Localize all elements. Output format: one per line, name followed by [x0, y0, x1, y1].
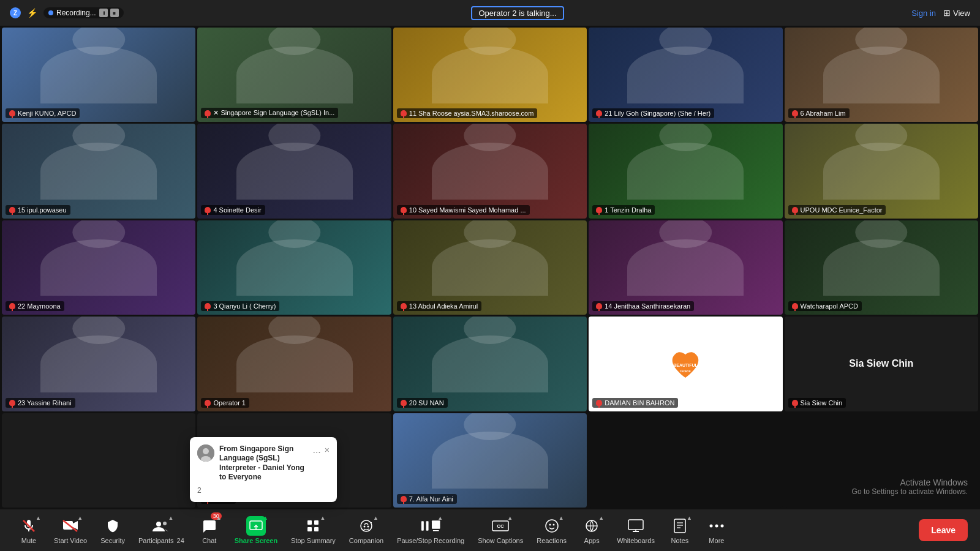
- share-screen-caret[interactable]: ▲: [263, 515, 268, 521]
- name-tag-sunan: 20 SU NAN: [397, 398, 448, 408]
- video-cell-abdul[interactable]: 13 Abdul Adieka Amirul: [393, 220, 587, 315]
- whiteboards-label: Whiteboards: [617, 537, 655, 544]
- name-tag-damian: DAMIAN BIN BAHRON: [592, 398, 678, 408]
- name-tag-yassine: 23 Yassine Rihani: [6, 398, 75, 408]
- svg-point-27: [552, 524, 554, 526]
- recording-label: Recording...: [56, 9, 96, 17]
- video-cell-kenji[interactable]: Kenji KUNO, APCD: [2, 28, 195, 122]
- video-cell-sia[interactable]: Sia Siew Chin Sia Siew Chin: [785, 317, 978, 411]
- mic-icon: [205, 110, 211, 116]
- chat-button[interactable]: 30 ▲ Chat: [193, 514, 226, 547]
- video-cell-tenzin[interactable]: 1 Tenzin Dralha: [589, 124, 782, 218]
- svg-rect-19: [421, 521, 424, 530]
- video-cell-lily[interactable]: 21 Lily Goh (Singapore) (She / Her): [589, 28, 782, 122]
- more-button[interactable]: More: [700, 514, 733, 547]
- notes-button[interactable]: ▲ Notes: [663, 514, 696, 547]
- name-tag-upou: UPOU MDC Eunice_Factor: [788, 205, 886, 215]
- reactions-button[interactable]: ▲ Reactions: [532, 514, 571, 547]
- more-icon: [707, 516, 726, 536]
- leave-button[interactable]: Leave: [919, 519, 968, 541]
- chat-more-button[interactable]: ...: [312, 444, 320, 455]
- start-video-button[interactable]: ▲ Start Video: [49, 514, 92, 547]
- view-button[interactable]: ⊞ View: [943, 8, 970, 18]
- video-cell-soinette[interactable]: 4 Soinette Desir: [197, 124, 391, 218]
- name-tag-operator1: Operator 1: [201, 398, 249, 408]
- whiteboards-button[interactable]: Whiteboards: [612, 514, 660, 547]
- apps-caret[interactable]: ▲: [598, 515, 604, 521]
- start-video-icon: ▲: [61, 516, 80, 536]
- pause-stop-label: Pause/Stop Recording: [397, 537, 464, 544]
- video-cell-alfa[interactable]: 7. Alfa Nur Aini: [393, 413, 587, 508]
- svg-point-26: [549, 524, 551, 526]
- video-cell-sayed[interactable]: 10 Sayed Mawismi Sayed Mohamad ...: [393, 124, 587, 218]
- chat-avatar: [197, 444, 214, 462]
- name-tag-tenzin: 1 Tenzin Dralha: [592, 205, 655, 215]
- svg-rect-21: [432, 520, 440, 529]
- name-tag-alfa: 7. Alfa Nur Aini: [397, 494, 457, 504]
- companion-label: Companion: [349, 537, 383, 544]
- name-tag-sayed: 10 Sayed Mawismi Sayed Mohamad ...: [397, 205, 530, 215]
- participants-caret[interactable]: ▲: [168, 515, 173, 521]
- svg-text:CC: CC: [497, 523, 504, 529]
- companion-caret[interactable]: ▲: [373, 515, 379, 521]
- video-cell-operator1[interactable]: Operator 1: [197, 317, 391, 411]
- toolbar: ▲ Mute ▲ Start Video Securi: [0, 509, 980, 551]
- name-tag-watcharapol: Watcharapol APCD: [788, 301, 862, 311]
- pause-stop-recording-button[interactable]: ▲ Pause/Stop Recording: [392, 514, 469, 547]
- svg-rect-20: [426, 521, 429, 530]
- show-captions-button[interactable]: CC ▲ Show Captions: [473, 514, 528, 547]
- activate-windows-title: Activate Windows: [852, 478, 968, 487]
- pause-recording-btn[interactable]: ⏸: [99, 9, 108, 17]
- security-button[interactable]: Security: [96, 514, 130, 547]
- chat-close-button[interactable]: ×: [325, 445, 330, 455]
- notes-label: Notes: [671, 537, 689, 544]
- svg-rect-15: [314, 527, 318, 531]
- share-screen-button[interactable]: ▲ Share Screen: [230, 514, 282, 547]
- companion-icon: ▲: [356, 516, 376, 536]
- video-cell-acer-empty[interactable]: [2, 413, 195, 508]
- video-cell-sgsl[interactable]: ✕ Singapore Sign Language (SgSL) In...: [197, 28, 391, 122]
- video-caret[interactable]: ▲: [77, 515, 83, 521]
- participants-button[interactable]: ▲ Participants 24: [134, 514, 189, 547]
- svg-rect-30: [628, 520, 643, 530]
- reactions-caret[interactable]: ▲: [559, 515, 564, 521]
- name-tag-abraham: 6 Abraham Lim: [788, 108, 850, 118]
- captions-caret[interactable]: ▲: [507, 515, 513, 521]
- video-grid: Kenji KUNO, APCD ✕ Singapore Sign Langua…: [0, 26, 980, 509]
- name-tag-sha: 11 Sha Roose aysia.SMA3.sharoose.com: [397, 108, 538, 118]
- apps-button[interactable]: ▲ Apps: [575, 514, 608, 547]
- sign-in-button[interactable]: Sign in: [911, 9, 936, 18]
- video-cell-watcharapol[interactable]: Watcharapol APCD: [785, 220, 978, 315]
- mic-icon: [792, 110, 798, 116]
- activate-windows-notice: Activate Windows Go to Settings to activ…: [852, 478, 968, 496]
- stop-recording-btn[interactable]: ■: [110, 9, 119, 17]
- chat-caret[interactable]: ▲: [216, 515, 222, 521]
- svg-point-3: [203, 448, 209, 454]
- mic-icon: [401, 400, 407, 406]
- video-cell-ipul[interactable]: 15 ipul.powaseu: [2, 124, 195, 218]
- video-cell-abraham[interactable]: 6 Abraham Lim: [785, 28, 978, 122]
- video-cell-damian[interactable]: BEAUTIFUL Grace DAMIAN BIN BAHRON: [589, 317, 782, 411]
- chat-popup[interactable]: From Singapore Sign Language (SgSL) Inte…: [190, 437, 337, 502]
- video-cell-jenithaa[interactable]: 14 Jenithaa Santhirasekaran: [589, 220, 782, 315]
- stop-summary-caret[interactable]: ▲: [320, 515, 326, 521]
- top-bar-center: Operator 2 is talking...: [471, 9, 564, 18]
- video-cell-sunan[interactable]: 20 SU NAN: [393, 317, 587, 411]
- mic-icon: [596, 110, 602, 116]
- video-cell-upou[interactable]: UPOU MDC Eunice_Factor: [785, 124, 978, 218]
- mute-button[interactable]: ▲ Mute: [12, 514, 45, 547]
- video-cell-sha[interactable]: 11 Sha Roose aysia.SMA3.sharoose.com: [393, 28, 587, 122]
- stop-summary-button[interactable]: ▲ Stop Summary: [286, 514, 341, 547]
- recording-caret[interactable]: ▲: [437, 515, 443, 521]
- video-cell-cherry[interactable]: 3 Qianyu Li ( Cherry): [197, 220, 391, 315]
- svg-text:BEAUTIFUL: BEAUTIFUL: [674, 363, 698, 367]
- recording-badge: Recording... ⏸ ■: [43, 7, 124, 18]
- notes-caret[interactable]: ▲: [687, 515, 692, 521]
- share-screen-icon: ▲: [246, 516, 266, 536]
- chat-sender: From Singapore Sign Language (SgSL) Inte…: [197, 444, 312, 482]
- companion-button[interactable]: ▲ Companion: [344, 514, 388, 547]
- security-icon: [103, 516, 123, 536]
- mute-caret[interactable]: ▲: [36, 515, 41, 521]
- video-cell-yassine[interactable]: 23 Yassine Rihani: [2, 317, 195, 411]
- video-cell-maymoona[interactable]: 22 Maymoona: [2, 220, 195, 315]
